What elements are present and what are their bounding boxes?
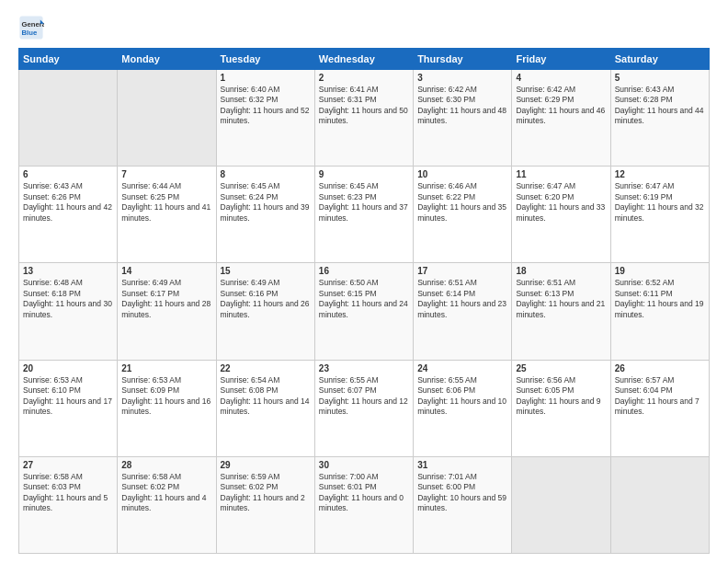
day-number: 31 (417, 460, 507, 470)
day-number: 14 (121, 266, 211, 276)
calendar-day-cell: 24Sunrise: 6:55 AMSunset: 6:06 PMDayligh… (414, 360, 512, 456)
calendar-day-cell: 8Sunrise: 6:45 AMSunset: 6:24 PMDaylight… (216, 167, 314, 263)
day-info: Sunrise: 6:43 AMSunset: 6:28 PMDaylight:… (615, 85, 705, 127)
day-info: Sunrise: 6:58 AMSunset: 6:03 PMDaylight:… (23, 472, 113, 514)
day-info: Sunrise: 6:56 AMSunset: 6:05 PMDaylight:… (516, 375, 606, 418)
calendar-day-cell: 10Sunrise: 6:46 AMSunset: 6:22 PMDayligh… (414, 167, 512, 263)
calendar-day-cell: 9Sunrise: 6:45 AMSunset: 6:23 PMDaylight… (314, 167, 413, 263)
calendar-day-cell: 13Sunrise: 6:48 AMSunset: 6:18 PMDayligh… (19, 263, 118, 360)
calendar-day-cell: 16Sunrise: 6:50 AMSunset: 6:15 PMDayligh… (314, 263, 413, 360)
day-number: 18 (516, 266, 606, 276)
day-number: 11 (516, 169, 606, 179)
calendar-day-cell: 18Sunrise: 6:51 AMSunset: 6:13 PMDayligh… (512, 263, 610, 360)
header: General Blue (18, 15, 710, 40)
day-info: Sunrise: 6:42 AMSunset: 6:29 PMDaylight:… (516, 85, 606, 127)
weekday-header: Wednesday (314, 49, 413, 70)
day-info: Sunrise: 6:55 AMSunset: 6:07 PMDaylight:… (319, 375, 409, 418)
day-number: 24 (417, 363, 507, 373)
calendar-day-cell: 25Sunrise: 6:56 AMSunset: 6:05 PMDayligh… (512, 360, 610, 456)
calendar-day-cell (512, 456, 610, 553)
day-number: 13 (23, 266, 113, 276)
day-info: Sunrise: 6:52 AMSunset: 6:11 PMDaylight:… (615, 278, 705, 320)
calendar-week-row: 1Sunrise: 6:40 AMSunset: 6:32 PMDaylight… (19, 70, 710, 167)
calendar-day-cell: 7Sunrise: 6:44 AMSunset: 6:25 PMDaylight… (118, 167, 216, 263)
day-number: 23 (319, 363, 409, 373)
day-info: Sunrise: 6:48 AMSunset: 6:18 PMDaylight:… (23, 278, 113, 320)
calendar-day-cell (610, 456, 709, 553)
day-number: 15 (221, 266, 311, 276)
day-info: Sunrise: 6:41 AMSunset: 6:31 PMDaylight:… (319, 85, 409, 127)
calendar-day-cell: 31Sunrise: 7:01 AMSunset: 6:00 PMDayligh… (414, 456, 512, 553)
day-info: Sunrise: 6:49 AMSunset: 6:17 PMDaylight:… (121, 278, 211, 320)
weekday-header: Tuesday (216, 49, 314, 70)
day-info: Sunrise: 6:59 AMSunset: 6:02 PMDaylight:… (221, 472, 311, 514)
calendar-day-cell: 6Sunrise: 6:43 AMSunset: 6:26 PMDaylight… (19, 167, 118, 263)
day-number: 12 (615, 169, 705, 179)
weekday-header: Sunday (19, 49, 118, 70)
day-number: 26 (615, 363, 705, 373)
day-number: 3 (417, 73, 507, 83)
calendar-day-cell: 2Sunrise: 6:41 AMSunset: 6:31 PMDaylight… (314, 70, 413, 167)
day-number: 29 (221, 460, 311, 470)
day-info: Sunrise: 6:55 AMSunset: 6:06 PMDaylight:… (417, 375, 507, 418)
calendar-day-cell: 4Sunrise: 6:42 AMSunset: 6:29 PMDaylight… (512, 70, 610, 167)
day-info: Sunrise: 6:44 AMSunset: 6:25 PMDaylight:… (121, 181, 211, 224)
day-number: 30 (319, 460, 409, 470)
calendar-day-cell: 15Sunrise: 6:49 AMSunset: 6:16 PMDayligh… (216, 263, 314, 360)
calendar-day-cell (118, 70, 216, 167)
logo-icon: General Blue (18, 15, 44, 40)
day-info: Sunrise: 6:53 AMSunset: 6:09 PMDaylight:… (121, 375, 211, 418)
calendar-week-row: 20Sunrise: 6:53 AMSunset: 6:10 PMDayligh… (19, 360, 710, 456)
day-info: Sunrise: 7:00 AMSunset: 6:01 PMDaylight:… (319, 472, 409, 514)
day-info: Sunrise: 6:45 AMSunset: 6:24 PMDaylight:… (221, 181, 311, 224)
day-number: 2 (319, 73, 409, 83)
day-number: 20 (23, 363, 113, 373)
calendar-day-cell: 12Sunrise: 6:47 AMSunset: 6:19 PMDayligh… (610, 167, 709, 263)
calendar-day-cell: 22Sunrise: 6:54 AMSunset: 6:08 PMDayligh… (216, 360, 314, 456)
day-info: Sunrise: 6:47 AMSunset: 6:20 PMDaylight:… (516, 181, 606, 224)
logo: General Blue (18, 15, 48, 40)
day-number: 4 (516, 73, 606, 83)
day-number: 9 (319, 169, 409, 179)
calendar-day-cell: 21Sunrise: 6:53 AMSunset: 6:09 PMDayligh… (118, 360, 216, 456)
calendar-day-cell: 30Sunrise: 7:00 AMSunset: 6:01 PMDayligh… (314, 456, 413, 553)
day-info: Sunrise: 6:54 AMSunset: 6:08 PMDaylight:… (221, 375, 311, 418)
day-number: 7 (121, 169, 211, 179)
weekday-header: Monday (118, 49, 216, 70)
day-number: 16 (319, 266, 409, 276)
weekday-header: Friday (512, 49, 610, 70)
weekday-header: Thursday (414, 49, 512, 70)
calendar-day-cell: 19Sunrise: 6:52 AMSunset: 6:11 PMDayligh… (610, 263, 709, 360)
calendar-table: SundayMondayTuesdayWednesdayThursdayFrid… (18, 48, 710, 554)
calendar-day-cell: 26Sunrise: 6:57 AMSunset: 6:04 PMDayligh… (610, 360, 709, 456)
calendar-week-row: 6Sunrise: 6:43 AMSunset: 6:26 PMDaylight… (19, 167, 710, 263)
day-number: 6 (23, 169, 113, 179)
day-info: Sunrise: 6:46 AMSunset: 6:22 PMDaylight:… (417, 181, 507, 224)
day-info: Sunrise: 6:43 AMSunset: 6:26 PMDaylight:… (23, 181, 113, 224)
page: General Blue SundayMondayTuesdayWednesda… (0, 0, 728, 563)
day-number: 21 (121, 363, 211, 373)
day-info: Sunrise: 6:45 AMSunset: 6:23 PMDaylight:… (319, 181, 409, 224)
day-number: 17 (417, 266, 507, 276)
calendar-day-cell: 17Sunrise: 6:51 AMSunset: 6:14 PMDayligh… (414, 263, 512, 360)
svg-text:Blue: Blue (22, 29, 38, 37)
calendar-day-cell: 3Sunrise: 6:42 AMSunset: 6:30 PMDaylight… (414, 70, 512, 167)
day-info: Sunrise: 6:57 AMSunset: 6:04 PMDaylight:… (615, 375, 705, 418)
day-info: Sunrise: 6:40 AMSunset: 6:32 PMDaylight:… (221, 85, 311, 127)
day-info: Sunrise: 6:51 AMSunset: 6:13 PMDaylight:… (516, 278, 606, 320)
day-info: Sunrise: 6:53 AMSunset: 6:10 PMDaylight:… (23, 375, 113, 418)
day-number: 10 (417, 169, 507, 179)
calendar-week-row: 27Sunrise: 6:58 AMSunset: 6:03 PMDayligh… (19, 456, 710, 553)
calendar-day-cell: 5Sunrise: 6:43 AMSunset: 6:28 PMDaylight… (610, 70, 709, 167)
weekday-header: Saturday (610, 49, 709, 70)
day-info: Sunrise: 6:51 AMSunset: 6:14 PMDaylight:… (417, 278, 507, 320)
day-number: 25 (516, 363, 606, 373)
day-number: 5 (615, 73, 705, 83)
day-info: Sunrise: 6:49 AMSunset: 6:16 PMDaylight:… (221, 278, 311, 320)
calendar-header-row: SundayMondayTuesdayWednesdayThursdayFrid… (19, 49, 710, 70)
calendar-day-cell: 27Sunrise: 6:58 AMSunset: 6:03 PMDayligh… (19, 456, 118, 553)
day-number: 28 (121, 460, 211, 470)
day-info: Sunrise: 6:47 AMSunset: 6:19 PMDaylight:… (615, 181, 705, 224)
day-info: Sunrise: 6:58 AMSunset: 6:02 PMDaylight:… (121, 472, 211, 514)
calendar-day-cell: 14Sunrise: 6:49 AMSunset: 6:17 PMDayligh… (118, 263, 216, 360)
